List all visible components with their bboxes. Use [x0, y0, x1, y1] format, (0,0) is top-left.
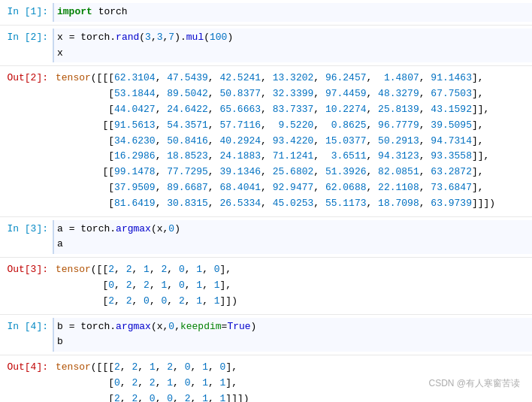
cell1-content: import torch [53, 3, 532, 22]
code-line: [81.6419, 30.8315, 26.5334, 45.0253, 55.… [56, 196, 529, 212]
cell2-in-content: x = torch.rand(3,3,7).mul(100)x [53, 29, 532, 63]
watermark: CSDN @有人寒窗苦读 [428, 376, 520, 390]
code-line: x [57, 46, 529, 62]
cell3-in-label: In [3]: [0, 220, 53, 238]
code-line: [[99.1478, 77.7295, 39.1346, 25.6802, 51… [56, 165, 529, 180]
code-line: a = torch.argmax(x,0) [57, 222, 529, 237]
code-line: b [57, 334, 529, 350]
cell3-out-content: tensor([[2, 2, 1, 2, 0, 1, 0], [0, 2, 2,… [53, 261, 532, 310]
cell1[interactable]: In [1]:import torch [0, 0, 532, 26]
code-line: import torch [57, 5, 529, 20]
cell2-out-content: tensor([[[62.3104, 47.5439, 42.5241, 13.… [53, 69, 532, 213]
code-line: b = torch.argmax(x,0,keepdim=True) [57, 319, 529, 335]
cell4-in-label: In [4]: [0, 318, 53, 336]
code-line: [34.6230, 50.8416, 40.2924, 93.4220, 15.… [56, 134, 529, 150]
code-line: tensor([[[2, 2, 1, 2, 0, 1, 0], [56, 360, 529, 376]
code-line: [[91.5613, 54.3571, 57.7116, 9.5220, 0.8… [56, 118, 529, 134]
cell3-out-label: Out[3]: [0, 261, 53, 279]
cell3-in[interactable]: In [3]:a = torch.argmax(x,0)a [0, 217, 532, 258]
cell2-out: Out[2]:tensor([[[62.3104, 47.5439, 42.52… [0, 66, 532, 216]
code-line: tensor([[2, 2, 1, 2, 0, 1, 0], [56, 262, 529, 278]
code-line: [53.1844, 89.5042, 50.8377, 32.3399, 97.… [56, 86, 529, 102]
code-line: [2, 2, 0, 0, 2, 1, 1]]]) [56, 391, 529, 402]
cell3-out: Out[3]:tensor([[2, 2, 1, 2, 0, 1, 0], [0… [0, 258, 532, 314]
cell2-in[interactable]: In [2]:x = torch.rand(3,3,7).mul(100)x [0, 26, 532, 67]
cell2-out-label: Out[2]: [0, 69, 53, 87]
code-line: [0, 2, 2, 1, 0, 1, 1], [56, 278, 529, 294]
cell2-in-label: In [2]: [0, 29, 53, 47]
code-line: [37.9509, 89.6687, 68.4041, 92.9477, 62.… [56, 180, 529, 196]
cell4-out-label: Out[4]: [0, 358, 53, 376]
cell4-in[interactable]: In [4]:b = torch.argmax(x,0,keepdim=True… [0, 315, 532, 356]
cell3-in-content: a = torch.argmax(x,0)a [53, 220, 532, 255]
code-line: [16.2986, 18.8523, 24.1883, 71.1241, 3.6… [56, 149, 529, 165]
code-line: [44.0427, 24.6422, 65.6663, 83.7337, 10.… [56, 102, 529, 118]
code-line: x = torch.rand(3,3,7).mul(100) [57, 30, 529, 46]
code-line: tensor([[[62.3104, 47.5439, 42.5241, 13.… [56, 71, 529, 86]
code-line: [2, 2, 0, 0, 2, 1, 1]]) [56, 294, 529, 310]
code-line: a [57, 237, 529, 252]
notebook: In [1]:import torchIn [2]:x = torch.rand… [0, 0, 532, 402]
cell1-label: In [1]: [0, 3, 53, 21]
cell4-in-content: b = torch.argmax(x,0,keepdim=True)b [53, 318, 532, 352]
